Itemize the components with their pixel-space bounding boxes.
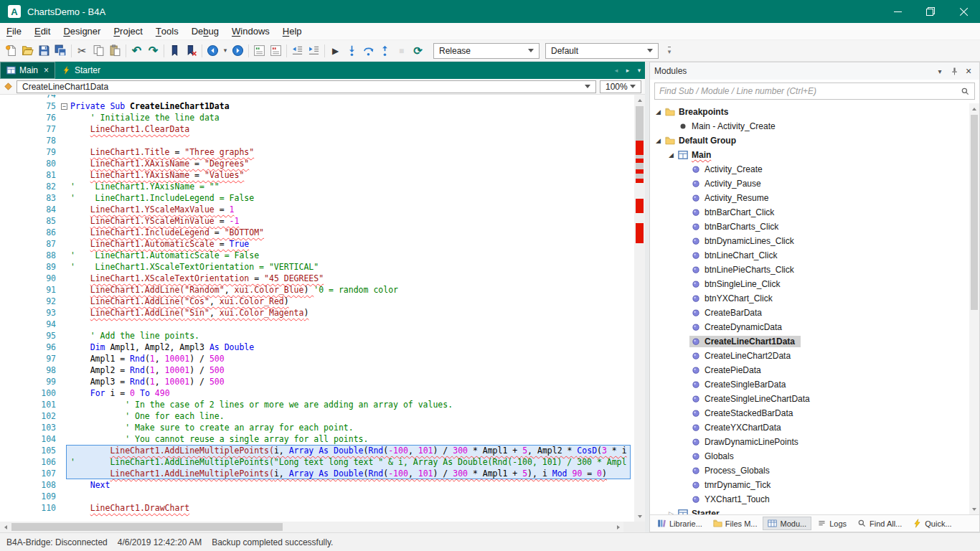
code-line[interactable]: 95 ' Add the line points. [0,330,634,342]
tree-item-createdynamicdata[interactable]: CreateDynamicData [650,320,969,334]
menu-project[interactable]: Project [107,23,149,39]
code-line[interactable]: 88' LineChart1.AutomaticScale = False [0,250,634,261]
new-file-icon[interactable] [3,42,19,60]
tree-scrollbar[interactable] [969,103,979,514]
tree-item-btnsingleline-click[interactable]: btnSingleLine_Click [650,277,969,291]
code-line[interactable]: 103 ' Make sure to create an array for e… [0,422,634,433]
code-line[interactable]: 99 Ampl3 = Rnd(1, 10001) / 500 [0,376,634,387]
horizontal-scrollbar-thumb[interactable] [11,523,283,531]
tree-item-tmrdynamic-tick[interactable]: tmrDynamic_Tick [650,478,969,492]
code-line[interactable]: 80 LineChart1.XAxisName = "Degrees" [0,158,634,169]
scroll-up-icon[interactable] [634,95,645,105]
collapsed-expander-icon[interactable]: ▷ [666,510,677,514]
outdent-icon[interactable] [289,42,306,60]
scroll-tabs-right-icon[interactable] [622,62,633,79]
tree-item-createlinechart2data[interactable]: CreateLineChart2Data [650,349,969,363]
close-button[interactable] [947,0,980,23]
step-out-icon[interactable] [377,42,393,60]
tree-item-starter[interactable]: ▷Starter [650,507,969,514]
menu-file[interactable]: File [0,23,28,39]
run-configuration-select[interactable]: Default [545,43,659,59]
menu-designer[interactable]: Designer [57,23,107,39]
code-line[interactable]: 105 LineChart1.AddLineMultiplePoints(i, … [0,445,634,456]
code-line[interactable]: 79 LineChart1.Title = "Three graphs" [0,146,634,158]
code-line[interactable]: 97 Ampl1 = Rnd(1, 10001) / 500 [0,353,634,364]
code-line[interactable]: 98 Ampl2 = Rnd(1, 10001) / 500 [0,364,634,376]
sub-selector[interactable]: CreateLineChart1Data [17,80,596,93]
tree-item-yxchart1-touch[interactable]: YXChart1_Touch [650,492,969,507]
minimize-button[interactable] [881,0,914,23]
tool-tab-librarie[interactable]: Librarie... [652,517,707,530]
tab-starter[interactable]: Starter [55,62,107,79]
tree-item-btnlinepiecharts-click[interactable]: btnLinePieCharts_Click [650,263,969,277]
copy-icon[interactable] [90,42,107,60]
navigate-forward-icon[interactable] [230,42,246,60]
redo-icon[interactable]: ↷ [145,42,161,60]
menu-windows[interactable]: Windows [225,23,276,39]
stop-icon[interactable]: ■ [393,42,410,60]
tree-item-default-group[interactable]: ◢Default Group [650,133,969,148]
scroll-tabs-left-icon[interactable] [611,62,622,79]
code-line[interactable]: 75−Private Sub CreateLineChart1Data [0,100,634,112]
scroll-left-icon[interactable] [0,522,11,532]
build-configuration-select[interactable]: Release [433,43,540,59]
code-line[interactable]: 82' LineChart1.YAxisName = "" [0,181,634,192]
code-line[interactable]: 110 LineChart1.DrawChart [0,502,634,514]
toggle-bookmark-icon[interactable] [166,42,183,60]
tree-item-createstackedbardata[interactable]: CreateStackedBarData [650,406,969,420]
scroll-up-icon[interactable] [969,103,979,114]
code-line[interactable]: 101 ' In the case of 2 lines or more we … [0,399,634,410]
code-line[interactable]: 87 LineChart1.AutomaticScale = True [0,238,634,250]
code-line[interactable]: 77 LineChart1.ClearData [0,123,634,135]
scroll-right-icon[interactable] [613,522,623,532]
step-into-icon[interactable] [344,42,360,60]
comment-selection-icon[interactable] [251,42,268,60]
tree-item-btnbarchart-click[interactable]: btnBarChart_Click [650,205,969,220]
expanded-expander-icon[interactable]: ◢ [653,108,664,116]
tree-item-createbardata[interactable]: CreateBarData [650,306,969,320]
code-line[interactable]: 92 LineChart1.AddLine("Cos", xui.Color_R… [0,296,634,307]
restore-button[interactable] [914,0,947,23]
paste-icon[interactable] [107,42,123,60]
indent-icon[interactable] [306,42,322,60]
code-line[interactable]: 102 ' One for each line. [0,410,634,422]
tree-item-drawdynamiclinepoints[interactable]: DrawDynamicLinePoints [650,435,969,449]
tree-item-createsinglebardata[interactable]: CreateSingleBarData [650,377,969,392]
tool-tab-modu[interactable]: Modu... [763,517,811,530]
pin-icon[interactable] [948,65,961,77]
navigate-back-icon[interactable] [204,42,221,60]
uncomment-selection-icon[interactable] [268,42,284,60]
code-editor[interactable]: 7475−Private Sub CreateLineChart1Data76 … [0,95,645,532]
tree-item-btnbarcharts-click[interactable]: btnBarCharts_Click [650,220,969,234]
menu-tools[interactable]: Tools [149,23,185,39]
tree-item-btnlinechart-click[interactable]: btnLineChart_Click [650,248,969,263]
tree-item-breakpoints[interactable]: ◢Breakpoints [650,105,969,119]
code-line[interactable]: 96 Dim Ampl1, Ampl2, Ampl3 As Double [0,342,634,353]
run-icon[interactable]: ▶ [327,42,344,60]
clear-bookmarks-icon[interactable] [183,42,199,60]
save-all-icon[interactable] [52,42,69,60]
code-line[interactable]: 104 ' You cannot reuse a single array fo… [0,433,634,445]
code-line[interactable]: 94 [0,319,634,330]
code-line[interactable]: 106' LineChart1.AddLineMultiplePoints("L… [0,456,634,468]
code-line[interactable]: 89' LineChart1.XScaleTextOrientation = "… [0,261,634,273]
tool-tab-find-all[interactable]: Find All... [852,517,907,530]
tree-item-createlinechart1data[interactable]: CreateLineChart1Data [650,334,969,349]
menu-help[interactable]: Help [276,23,308,39]
tree-item-activity-create[interactable]: Activity_Create [650,162,969,176]
back-history-icon[interactable]: ▾ [221,42,230,60]
cut-icon[interactable]: ✂ [74,42,90,60]
tool-tab-logs[interactable]: Logs [812,517,852,530]
close-tab-icon[interactable]: × [44,65,49,75]
tree-item-btndynamiclines-click[interactable]: btnDynamicLines_Click [650,234,969,248]
tree-item-btnyxchart-click[interactable]: btnYXChart_Click [650,291,969,306]
toolbar-overflow-button[interactable] [664,44,675,58]
code-viewport[interactable]: 7475−Private Sub CreateLineChart1Data76 … [0,95,634,522]
code-line[interactable]: 86 LineChart1.IncludeLegend = "BOTTOM" [0,227,634,238]
tree-item-activity-resume[interactable]: Activity_Resume [650,191,969,205]
tree-item-createsinglelinechartdata[interactable]: CreateSingleLineChartData [650,392,969,406]
code-line[interactable]: 85 LineChart1.YScaleMinValue = -1 [0,215,634,227]
save-icon[interactable] [36,42,52,60]
code-line[interactable]: 84 LineChart1.YScaleMaxValue = 1 [0,204,634,215]
panel-menu-icon[interactable] [933,65,946,77]
